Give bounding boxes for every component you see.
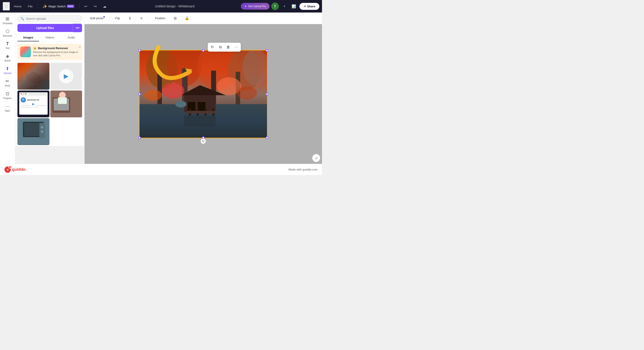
document-title: Untitled design - Whiteboard	[155, 4, 194, 8]
brand-icon: ◈	[6, 53, 9, 59]
upload-thumb-autumn[interactable]	[18, 63, 50, 90]
pro-icon: ✦	[244, 5, 247, 8]
float-delete-button[interactable]: 🗑	[225, 43, 232, 51]
avatar[interactable]: T	[271, 2, 279, 10]
upload-more-button[interactable]: •••	[73, 24, 82, 32]
svg-rect-31	[198, 102, 206, 112]
magic-switch-button[interactable]: ✨ Magic Switch NEW	[40, 3, 76, 10]
media-tabs: Images Videos Audio	[18, 34, 82, 41]
play-button-overlay: ▶	[59, 69, 73, 83]
sidebar-label-projects: Projects	[3, 97, 12, 99]
svg-rect-37	[184, 115, 216, 126]
share-icon: ↗	[304, 5, 306, 8]
autumn-scene-image	[140, 50, 267, 138]
sidebar-label-text: Text	[5, 47, 10, 49]
magic-icon: ✨	[43, 4, 47, 8]
resize-handle-middle-left[interactable]	[138, 93, 141, 95]
resize-handle-middle-right[interactable]	[266, 93, 268, 95]
sidebar-label-elements: Elements	[3, 35, 12, 37]
upload-thumb-video-play[interactable]: ▶	[50, 63, 82, 90]
uploads-icon: ⬆	[6, 66, 10, 71]
search-bar[interactable]: 🔍	[18, 15, 82, 22]
nav-center: Untitled design - Whiteboard	[110, 4, 239, 8]
person-thumbnail	[50, 90, 82, 117]
share-button[interactable]: ↗ Share	[300, 3, 319, 10]
tab-audio[interactable]: Audio	[60, 34, 82, 41]
sidebar-label-uploads: Uploads	[3, 72, 12, 74]
apps-icon: ⋯	[5, 103, 10, 109]
made-with-label: Made with guidde.com	[288, 168, 318, 171]
flip-button[interactable]: Flip	[113, 15, 122, 21]
lock-button[interactable]: 🔒	[183, 14, 191, 22]
edit-photo-button[interactable]: Edit photo	[88, 15, 106, 21]
float-more-button[interactable]: ···	[233, 43, 240, 51]
sidebar-label-apps: Apps	[5, 109, 10, 112]
save-cloud-button[interactable]: ☁	[101, 2, 108, 10]
bg-remover-description: Remove the background of your image in o…	[33, 50, 80, 57]
bottom-bar: a 4 guidde. Made with guidde.com	[0, 164, 322, 175]
undo-button[interactable]: ↩	[82, 2, 90, 10]
bg-remover-title: 👑 Background Remover	[33, 46, 80, 50]
menu-icon: ≡	[140, 16, 142, 20]
search-icon: 🔍	[20, 17, 24, 20]
bg-remover-thumb	[20, 46, 31, 57]
resize-handle-top-left[interactable]	[138, 49, 141, 52]
expand-button[interactable]: ⤢	[312, 154, 320, 162]
left-sidebar: ⊞ Templates ⬡ Elements T Text ◈ Brand ⬆ …	[0, 12, 15, 164]
home-button[interactable]: Home	[12, 3, 24, 9]
play-button-screen: ▶	[30, 100, 37, 107]
close-bg-remover-button[interactable]: ×	[79, 45, 81, 49]
sidebar-item-elements[interactable]: ⬡ Elements	[1, 27, 14, 39]
sidebar-item-text[interactable]: T Text	[1, 39, 14, 51]
svg-point-41	[144, 90, 162, 101]
sidebar-item-brand[interactable]: ◈ Brand	[1, 52, 14, 64]
resize-handle-bottom-left[interactable]	[138, 137, 141, 139]
upload-thumb-person[interactable]	[50, 90, 82, 117]
chart-button[interactable]: 📊	[290, 2, 298, 10]
file-button[interactable]: File	[26, 3, 35, 9]
rotate-handle[interactable]: ↻	[200, 139, 206, 144]
nav-right: ✦ Get Canva Pro T + 📊 ↗ Share	[241, 2, 319, 10]
redo-button[interactable]: ↪	[92, 2, 99, 10]
guidde-brand-text: guidde.	[12, 167, 26, 172]
sidebar-item-uploads[interactable]: ⬆ Uploads	[1, 64, 14, 76]
top-nav: ☰ Home File ✨ Magic Switch NEW ↩ ↪ ☁ Unt…	[0, 0, 322, 12]
plus-button[interactable]: +	[281, 2, 288, 10]
sidebar-label-templates: Templates	[2, 22, 13, 24]
crown-icon: 👑	[33, 46, 37, 50]
draw-icon: ✏	[6, 78, 10, 84]
sidebar-item-apps[interactable]: ⋯ Apps	[1, 102, 14, 114]
search-input[interactable]	[26, 17, 79, 20]
uploads-grid: ▶ P perimeter 81	[15, 62, 84, 146]
resize-handle-top-center[interactable]	[202, 49, 204, 52]
resize-handle-bottom-right[interactable]	[266, 137, 268, 139]
info-button[interactable]: ℹ	[126, 14, 134, 22]
svg-rect-23	[158, 73, 162, 106]
grid-button[interactable]: ⊞	[171, 14, 179, 22]
uploads-panel: 🔍 Upload files ••• Images Videos Audio 👑…	[15, 12, 84, 146]
canvas-area[interactable]: ↻ ⧉ 🗑 ···	[84, 24, 322, 164]
sidebar-item-templates[interactable]: ⊞ Templates	[1, 14, 14, 26]
sidebar-label-draw: Draw	[5, 84, 10, 87]
elements-icon: ⬡	[6, 29, 10, 34]
upload-thumb-tv[interactable]	[18, 118, 50, 145]
tab-videos[interactable]: Videos	[39, 34, 60, 41]
position-button[interactable]: Position	[153, 15, 168, 21]
upload-files-button[interactable]: Upload files	[18, 24, 73, 32]
sidebar-item-projects[interactable]: ⊡ Projects	[1, 89, 14, 101]
tab-images[interactable]: Images	[18, 34, 39, 41]
upload-thumb-screen-recording[interactable]: P perimeter 81 ▶	[18, 90, 50, 117]
float-rotate-button[interactable]: ↻	[209, 43, 216, 51]
sidebar-item-draw[interactable]: ✏ Draw	[1, 77, 14, 89]
resize-handle-top-right[interactable]	[266, 49, 268, 52]
get-pro-button[interactable]: ✦ Get Canva Pro	[241, 3, 269, 9]
menu-button[interactable]: ≡	[138, 14, 146, 22]
svg-rect-1	[18, 79, 50, 90]
svg-point-14	[41, 126, 44, 128]
hamburger-menu[interactable]: ☰	[3, 2, 10, 10]
upload-button-row: Upload files •••	[18, 24, 82, 32]
float-copy-button[interactable]: ⧉	[217, 43, 224, 51]
svg-point-15	[41, 130, 44, 133]
float-action-bar: ↻ ⧉ 🗑 ···	[208, 43, 241, 52]
selected-image-frame[interactable]: ↻	[139, 50, 268, 138]
